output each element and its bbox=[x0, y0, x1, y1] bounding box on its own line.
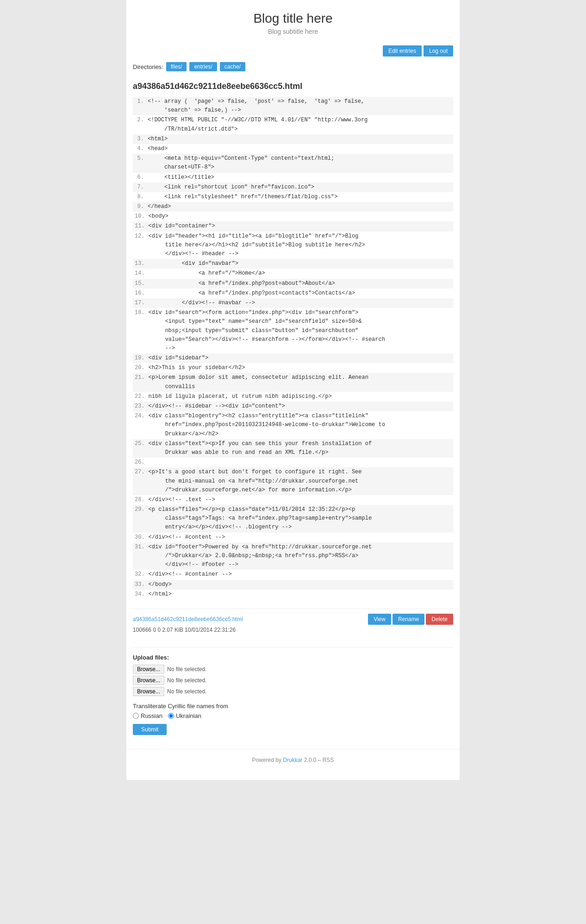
footer-text-after: 2.0.0 – RSS bbox=[302, 757, 334, 763]
line-content: <p>Lorem ipsum dolor sit amet, consectet… bbox=[149, 373, 368, 391]
dir-files-button[interactable]: files/ bbox=[166, 62, 187, 71]
code-line: 22.nibh id ligula placerat, ut rutrum ni… bbox=[133, 392, 453, 402]
line-number: 5. bbox=[135, 154, 148, 172]
line-content: <a href="/index.php?post=about">About</a… bbox=[149, 279, 335, 288]
line-content: </div><!-- #navbar --> bbox=[149, 299, 255, 308]
code-line: 1.<!-- array ( 'page' => false, 'post' =… bbox=[133, 97, 453, 115]
line-content: <title></title> bbox=[148, 173, 214, 182]
line-content: <div id="header"><h1 id="title"><a id="b… bbox=[149, 232, 365, 259]
radio-russian-input[interactable] bbox=[133, 713, 139, 719]
line-content: <meta http-equiv="Content-Type" content=… bbox=[148, 154, 334, 172]
transliterate-section: Transliterate Cyrillic file names from R… bbox=[133, 703, 453, 735]
edit-entries-button[interactable]: Edit entries bbox=[383, 45, 422, 57]
delete-button[interactable]: Delete bbox=[426, 614, 453, 625]
submit-button[interactable]: Submit bbox=[133, 724, 167, 735]
radio-ukrainian[interactable]: Ukrainian bbox=[168, 712, 201, 719]
line-content: </head> bbox=[148, 202, 171, 211]
line-content: <head> bbox=[148, 145, 168, 153]
browse-button-2[interactable]: Browse... bbox=[133, 676, 164, 685]
code-line: 12.<div id="header"><h1 id="title"><a id… bbox=[133, 232, 453, 259]
directories-bar: Directories: files/ entries/ cache/ bbox=[126, 59, 460, 77]
code-line: 24.<div class="blogentry"><h2 class="ent… bbox=[133, 411, 453, 439]
directories-label: Directories: bbox=[133, 63, 163, 70]
no-file-text-2: No file selected. bbox=[167, 677, 206, 684]
line-number: 9. bbox=[135, 202, 148, 211]
upload-label: Upload files: bbox=[133, 654, 453, 661]
line-number: 18. bbox=[135, 308, 149, 353]
footer-text-before: Powered by bbox=[252, 757, 283, 763]
line-content: <!DOCTYPE HTML PUBLIC "-//W3C//DTD HTML … bbox=[148, 116, 368, 133]
dir-cache-button[interactable]: cache/ bbox=[220, 62, 245, 71]
line-number: 12. bbox=[135, 232, 149, 259]
code-line: 15. <a href="/index.php?post=about">Abou… bbox=[133, 279, 453, 289]
code-line: 26. bbox=[133, 458, 453, 467]
line-number: 1. bbox=[135, 97, 148, 115]
radio-russian-label: Russian bbox=[141, 712, 162, 719]
radio-group: Russian Ukrainian bbox=[133, 712, 453, 719]
rename-button[interactable]: Rename bbox=[393, 614, 424, 625]
code-block: 1.<!-- array ( 'page' => false, 'post' =… bbox=[133, 97, 453, 599]
line-number: 16. bbox=[135, 289, 149, 298]
code-line: 25.<div class="text"><p>If you can see t… bbox=[133, 439, 453, 458]
line-content: <body> bbox=[149, 212, 168, 221]
code-line: 14. <a href="/">Home</a> bbox=[133, 269, 453, 278]
line-number: 26. bbox=[135, 458, 149, 467]
view-button[interactable]: View bbox=[368, 614, 391, 625]
line-number: 2. bbox=[135, 116, 148, 133]
line-content: <link rel="shortcut icon" href="favicon.… bbox=[148, 183, 314, 192]
line-number: 29. bbox=[135, 505, 149, 532]
code-line: 31.<div id="footer">Powered by <a href="… bbox=[133, 542, 453, 570]
transliterate-label: Transliterate Cyrillic file names from bbox=[133, 703, 453, 710]
file-link[interactable]: a94386a51d462c9211de8eebe6636cc5.html bbox=[133, 616, 243, 622]
line-number: 31. bbox=[135, 543, 149, 570]
line-content: </div><!-- #content --> bbox=[149, 533, 225, 542]
no-file-text-3: No file selected. bbox=[167, 688, 206, 695]
radio-ukrainian-label: Ukrainian bbox=[176, 712, 201, 719]
code-line: 6. <title></title> bbox=[133, 173, 453, 182]
blog-subtitle: Blog subtitle here bbox=[136, 28, 450, 35]
code-line: 11.<div id="container"> bbox=[133, 221, 453, 231]
code-line: 13. <div id="navbar"> bbox=[133, 259, 453, 269]
line-number: 7. bbox=[135, 183, 148, 192]
browse-button-3[interactable]: Browse... bbox=[133, 687, 164, 696]
line-content: </div><!-- #container --> bbox=[149, 570, 232, 579]
footer-drukkar-link[interactable]: Drukkar bbox=[283, 757, 302, 763]
line-number: 27. bbox=[135, 468, 149, 495]
line-content: <div id="sidebar"> bbox=[149, 354, 209, 363]
line-number: 20. bbox=[135, 364, 149, 372]
radio-ukrainian-input[interactable] bbox=[168, 713, 174, 719]
file-title: a94386a51d462c9211de8eebe6636cc5.html bbox=[133, 82, 453, 91]
code-line: 19.<div id="sidebar"> bbox=[133, 353, 453, 363]
log-out-button[interactable]: Log out bbox=[424, 45, 453, 57]
line-number: 3. bbox=[135, 135, 148, 144]
upload-row-1: Browse... No file selected. bbox=[133, 665, 453, 674]
code-line: 4.<head> bbox=[133, 144, 453, 154]
code-line: 8. <link rel="stylesheet" href="/themes/… bbox=[133, 192, 453, 202]
browse-button-1[interactable]: Browse... bbox=[133, 665, 164, 674]
code-line: 18.<div id="search"><form action="index.… bbox=[133, 308, 453, 353]
radio-russian[interactable]: Russian bbox=[133, 712, 162, 719]
upload-row-3: Browse... No file selected. bbox=[133, 687, 453, 696]
line-number: 30. bbox=[135, 533, 149, 542]
line-number: 19. bbox=[135, 354, 149, 363]
code-line: 21.<p>Lorem ipsum dolor sit amet, consec… bbox=[133, 373, 453, 391]
header: Blog title here Blog subtitle here bbox=[126, 0, 460, 43]
line-content: <div id="container"> bbox=[149, 222, 215, 231]
line-number: 32. bbox=[135, 570, 149, 579]
line-content: <p class="files"></p><p class="date">11/… bbox=[149, 505, 372, 532]
line-content: </html> bbox=[149, 590, 172, 599]
line-number: 17. bbox=[135, 299, 149, 308]
line-content: <!-- array ( 'page' => false, 'post' => … bbox=[148, 97, 364, 115]
file-actions: View Rename Delete bbox=[368, 614, 453, 625]
upload-section: Upload files: Browse... No file selected… bbox=[133, 647, 453, 696]
line-number: 25. bbox=[135, 440, 149, 457]
code-line: 32.</div><!-- #container --> bbox=[133, 570, 453, 579]
code-line: 34.</html> bbox=[133, 590, 453, 599]
code-line: 16. <a href="/index.php?post=contacts">C… bbox=[133, 289, 453, 298]
page-footer: Powered by Drukkar 2.0.0 – RSS bbox=[126, 749, 460, 771]
code-line: 27.<p>It's a good start but don't forget… bbox=[133, 467, 453, 495]
upload-row-2: Browse... No file selected. bbox=[133, 676, 453, 685]
line-number: 14. bbox=[135, 269, 149, 278]
dir-entries-button[interactable]: entries/ bbox=[189, 62, 217, 71]
line-number: 4. bbox=[135, 145, 148, 153]
